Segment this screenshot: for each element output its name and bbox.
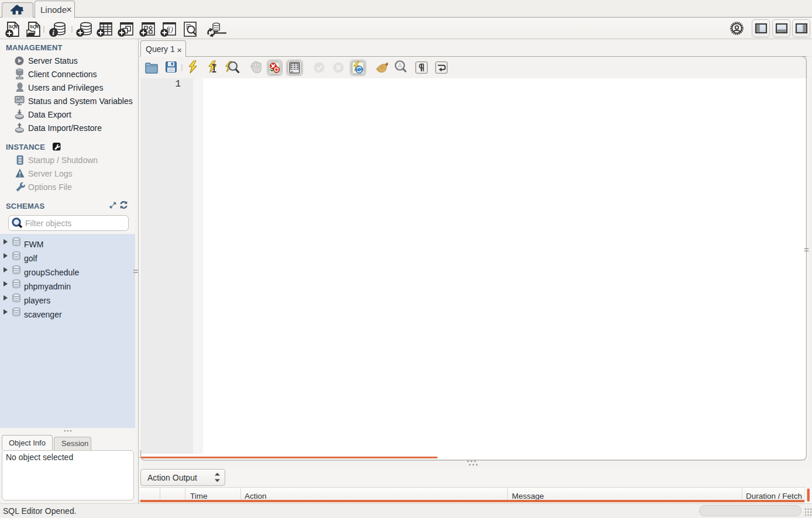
- svg-text:A: A: [398, 63, 402, 69]
